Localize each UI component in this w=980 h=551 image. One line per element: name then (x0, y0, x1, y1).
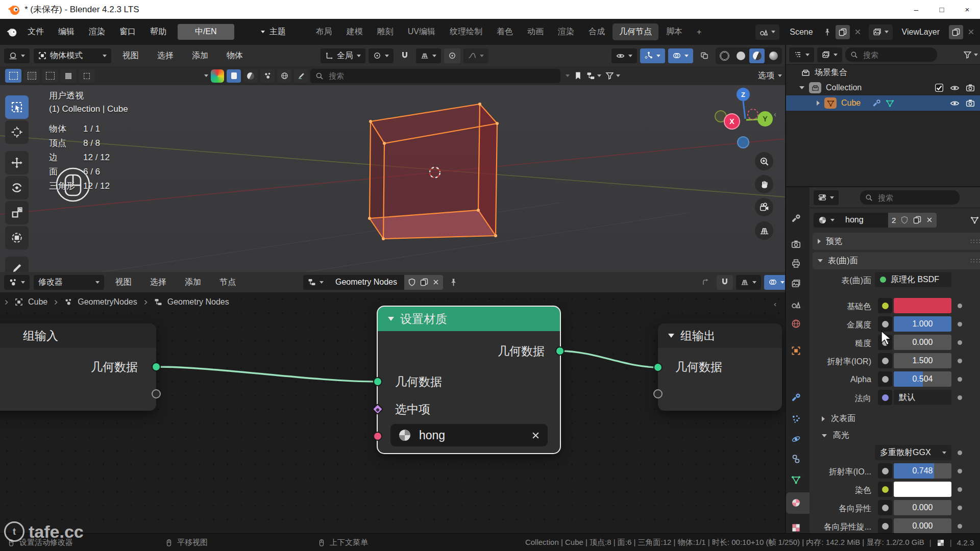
close-button[interactable]: × (954, 0, 980, 19)
new-scene-button[interactable] (836, 25, 850, 39)
socket-geometry-input[interactable] (373, 377, 382, 386)
tool-move[interactable] (5, 151, 29, 174)
blender-menu-icon[interactable] (6, 27, 17, 38)
drag-grip-icon[interactable] (970, 258, 980, 263)
eye-icon[interactable] (950, 98, 960, 108)
expand-chevron-icon[interactable] (817, 101, 820, 106)
section-specular[interactable]: 高光 (822, 430, 849, 441)
tab-object[interactable] (791, 346, 801, 356)
menu-object[interactable]: 物体 (219, 51, 250, 61)
shading-option-1-button[interactable] (227, 69, 241, 83)
section-surface[interactable]: 表(曲)面 (813, 252, 980, 269)
outliner-search-input[interactable] (862, 50, 932, 60)
node-header[interactable]: 组输入 (0, 323, 156, 348)
go-to-parent-button[interactable] (697, 275, 714, 290)
new-viewlayer-button[interactable] (949, 25, 963, 39)
eye-icon[interactable] (950, 83, 960, 93)
section-preview[interactable]: 预览 (813, 233, 980, 250)
properties-search-box[interactable] (860, 190, 960, 205)
visibility-dropdown[interactable] (611, 48, 637, 63)
camera-view-button[interactable] (755, 198, 773, 216)
snap-toggle-button[interactable] (717, 275, 733, 290)
snap-settings-dropdown[interactable] (736, 275, 761, 290)
tab-texture[interactable] (791, 523, 801, 533)
distribution-dropdown[interactable]: 多重散射GGX (875, 445, 951, 460)
maximize-button[interactable]: □ (929, 0, 954, 19)
node-group-input[interactable]: 组输入 几何数据 (0, 323, 156, 411)
menu-node[interactable]: 节点 (212, 277, 243, 288)
fake-user-shield-icon[interactable] (900, 216, 909, 224)
matcap-sphere-icon[interactable] (211, 69, 224, 83)
tab-constraints[interactable] (791, 454, 801, 464)
node-header[interactable]: 设置材质 (378, 307, 560, 331)
select-mode-invert-button[interactable] (60, 69, 77, 83)
modifier-wrench-icon[interactable] (872, 99, 881, 108)
socket-virtual[interactable] (653, 389, 663, 398)
pin-icon[interactable] (449, 278, 458, 287)
decorator-dot[interactable] (958, 359, 962, 363)
copy-icon[interactable] (913, 216, 921, 224)
tab-rendering[interactable]: 渲染 (551, 23, 581, 40)
tab-physics[interactable] (791, 434, 801, 444)
node-group-output[interactable]: 组输出 几何数据 (658, 323, 782, 411)
material-select-field[interactable]: hong (390, 424, 548, 446)
menu-add[interactable]: 添加 (178, 277, 208, 288)
snap-settings-dropdown[interactable] (416, 48, 441, 63)
menu-file[interactable]: 文件 (20, 27, 51, 37)
scene-name[interactable]: Scene (783, 28, 819, 37)
material-browse-button[interactable] (814, 213, 839, 228)
transform-orientation-dropdown[interactable]: 全局 (321, 48, 365, 63)
tab-object-data[interactable] (791, 475, 801, 485)
filter-dropdown[interactable] (605, 71, 620, 80)
tool-select-box[interactable] (5, 95, 29, 119)
bookmark-icon[interactable] (574, 71, 582, 80)
zoom-button[interactable] (755, 152, 773, 170)
copy-icon[interactable] (420, 278, 428, 286)
tab-modeling[interactable]: 建模 (340, 23, 370, 40)
pin-icon[interactable] (823, 28, 831, 36)
navigation-gizmo[interactable]: Z X Y (709, 86, 785, 152)
drag-grip-icon[interactable] (970, 239, 980, 244)
outliner-filter-dropdown[interactable] (963, 51, 978, 59)
tab-tool[interactable] (791, 214, 801, 223)
specular-ior-slider[interactable]: 0.748 (894, 463, 951, 479)
tool-transform[interactable] (5, 226, 29, 249)
menu-help[interactable]: 帮助 (143, 27, 174, 37)
menu-add[interactable]: 添加 (185, 51, 215, 61)
menu-view[interactable]: 视图 (108, 277, 139, 288)
tab-compositing[interactable]: 合成 (582, 23, 611, 40)
shading-rendered-button[interactable] (766, 48, 781, 63)
editor-type-button[interactable] (4, 275, 30, 290)
select-mode-subtract-button[interactable] (42, 69, 58, 83)
outliner-row-cube[interactable]: Cube (786, 95, 980, 111)
surface-shader-field[interactable]: 原理化 BSDF (875, 272, 951, 287)
decorator-dot[interactable] (958, 304, 962, 308)
display-mode-dropdown[interactable] (817, 47, 842, 62)
tab-material[interactable] (791, 498, 801, 508)
tint-color-swatch[interactable] (894, 482, 951, 497)
tab-world[interactable] (791, 319, 801, 329)
tab-particles[interactable] (791, 414, 801, 424)
material-users-count[interactable]: 2 (892, 216, 896, 224)
ior-slider[interactable]: 1.500 (894, 353, 951, 368)
tab-shading[interactable]: 着色 (490, 23, 520, 40)
xray-toggle[interactable] (696, 48, 713, 63)
socket-virtual[interactable] (152, 389, 161, 398)
clear-material-x-icon[interactable] (531, 431, 541, 440)
tab-layout[interactable]: 布局 (309, 23, 339, 40)
menu-window[interactable]: 窗口 (112, 27, 143, 37)
node-tree-name[interactable]: Geometry Nodes (328, 275, 404, 290)
tab-scripting[interactable]: 脚本 (659, 23, 689, 40)
tab-texture-paint[interactable]: 纹理绘制 (443, 23, 489, 40)
geometry-nodes-icon[interactable] (886, 99, 894, 108)
tab-modifiers[interactable] (791, 393, 801, 403)
tab-geometry-nodes[interactable]: 几何节点 (612, 23, 658, 40)
select-mode-extend-button[interactable] (23, 69, 40, 83)
menu-select[interactable]: 选择 (150, 51, 181, 61)
base-color-swatch[interactable] (894, 298, 951, 313)
pivot-point-dropdown[interactable] (369, 48, 394, 63)
editor-type-button[interactable] (814, 190, 839, 205)
normal-field[interactable]: 默认 (894, 390, 951, 405)
node-tree-type-dropdown[interactable]: 修改器 (34, 275, 104, 290)
decorator-dot[interactable] (958, 395, 962, 400)
